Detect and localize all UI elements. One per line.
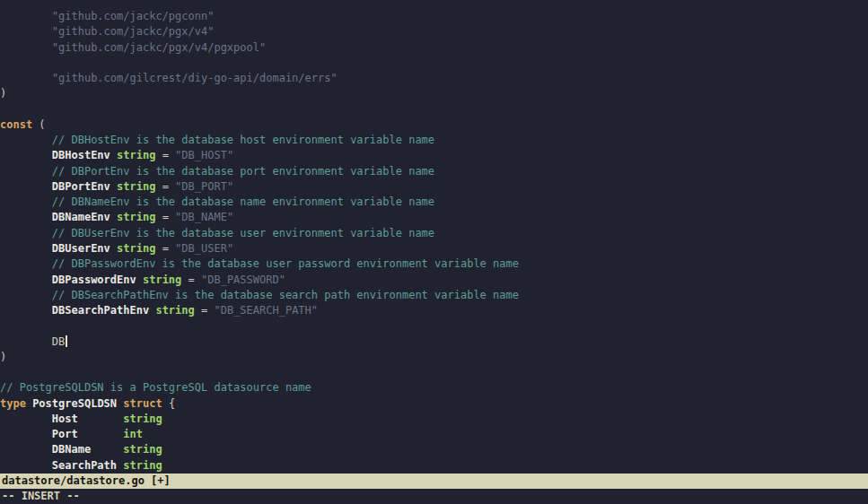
code-token: struct: [123, 397, 162, 410]
code-line[interactable]: [0, 102, 868, 117]
code-token: "github.com/gilcrest/diy-go-api/domain/e…: [0, 72, 338, 84]
code-line[interactable]: "github.com/gilcrest/diy-go-api/domain/e…: [0, 71, 868, 86]
code-token: PostgreSQLDSN: [32, 397, 117, 410]
code-token: [78, 428, 124, 440]
code-token: [0, 180, 52, 193]
code-token: [78, 413, 124, 425]
code-token: =: [155, 211, 175, 223]
code-line[interactable]: DBSearchPathEnv string = "DB_SEARCH_PATH…: [0, 303, 868, 318]
code-token: [0, 242, 52, 255]
code-token: [0, 211, 52, 223]
code-token: [0, 149, 52, 161]
code-line[interactable]: // DBUserEnv is the database user enviro…: [0, 226, 868, 241]
code-token: DBPasswordEnv: [52, 274, 136, 286]
code-token: "DB_USER": [175, 242, 233, 255]
code-line[interactable]: DBPasswordEnv string = "DB_PASSWORD": [0, 273, 868, 288]
code-token: string: [123, 459, 162, 472]
code-line[interactable]: // DBPortEnv is the database port enviro…: [0, 164, 868, 179]
modified-indicator: [+]: [151, 474, 171, 487]
code-token: [110, 211, 117, 223]
code-line[interactable]: const (: [0, 117, 868, 133]
code-token: string: [117, 180, 155, 193]
code-line[interactable]: SearchPath string: [0, 458, 868, 474]
code-line[interactable]: // DBHostEnv is the database host enviro…: [0, 133, 868, 148]
code-line[interactable]: ): [0, 86, 868, 101]
code-line[interactable]: type PostgreSQLDSN struct {: [0, 396, 868, 412]
code-token: // PostgreSQLDSN is a PostgreSQL datasou…: [0, 381, 311, 394]
code-token: int: [123, 428, 143, 440]
code-line[interactable]: // DBSearchPathEnv is the database searc…: [0, 288, 868, 303]
code-token: [136, 274, 143, 286]
code-line[interactable]: DBPortEnv string = "DB_PORT": [0, 179, 868, 195]
code-line[interactable]: DBHostEnv string = "DB_HOST": [0, 148, 868, 163]
code-token: "DB_SEARCH_PATH": [214, 304, 318, 317]
code-line[interactable]: DB: [0, 335, 868, 350]
code-token: [0, 413, 52, 425]
code-token: [110, 242, 117, 255]
code-token: DBSearchPathEnv: [52, 304, 149, 317]
code-area[interactable]: "github.com/jackc/pgconn" "github.com/ja…: [0, 0, 868, 474]
code-line[interactable]: "github.com/jackc/pgx/v4": [0, 24, 868, 39]
code-line[interactable]: DBUserEnv string = "DB_USER": [0, 241, 868, 256]
code-token: [110, 149, 117, 161]
code-line[interactable]: // PostgreSQLDSN is a PostgreSQL datasou…: [0, 380, 868, 395]
code-token: =: [181, 274, 201, 286]
code-token: string: [117, 242, 155, 255]
code-token: DBName: [52, 443, 91, 456]
code-line[interactable]: Port int: [0, 427, 868, 442]
code-token: ): [0, 351, 6, 363]
code-token: ): [0, 87, 6, 100]
code-token: "DB_NAME": [175, 211, 233, 223]
code-token: "DB_HOST": [175, 149, 233, 161]
code-token: [0, 428, 52, 440]
code-token: "github.com/jackc/pgx/v4/pgxpool": [0, 41, 266, 54]
code-token: (: [32, 118, 45, 131]
code-token: "github.com/jackc/pgconn": [0, 10, 214, 22]
code-line[interactable]: // DBNameEnv is the database name enviro…: [0, 195, 868, 210]
code-token: "DB_PORT": [175, 180, 233, 193]
code-token: DBPortEnv: [52, 180, 110, 193]
text-cursor: [66, 335, 67, 347]
code-token: string: [123, 443, 162, 456]
code-token: const: [0, 118, 32, 131]
code-token: string: [117, 149, 155, 161]
code-line[interactable]: [0, 318, 868, 334]
code-token: [110, 180, 117, 193]
code-line[interactable]: ): [0, 350, 868, 365]
code-token: [0, 459, 52, 472]
code-token: string: [117, 211, 155, 223]
code-token: // DBSearchPathEnv is the database searc…: [0, 289, 519, 301]
code-token: DB: [0, 335, 65, 348]
code-token: =: [155, 149, 175, 161]
vim-statusline: datastore/datastore.go[+]: [0, 474, 868, 489]
vim-editor: { "colors": { "background": "#202230", "…: [0, 0, 868, 504]
code-token: string: [155, 304, 194, 317]
code-token: [0, 304, 52, 317]
code-token: DBNameEnv: [52, 211, 110, 223]
code-line[interactable]: DBName string: [0, 442, 868, 457]
code-token: Port: [52, 428, 78, 440]
code-token: type: [0, 397, 26, 410]
code-token: // DBPortEnv is the database port enviro…: [0, 165, 434, 178]
code-token: DBUserEnv: [52, 242, 110, 255]
code-line[interactable]: // DBPasswordEnv is the database user pa…: [0, 256, 868, 272]
code-token: [0, 443, 52, 456]
code-line[interactable]: Host string: [0, 412, 868, 427]
code-token: [0, 274, 52, 286]
code-line[interactable]: DBNameEnv string = "DB_NAME": [0, 210, 868, 225]
mode-indicator: -- INSERT --: [0, 489, 868, 504]
code-token: Host: [52, 413, 78, 425]
code-token: // DBUserEnv is the database user enviro…: [0, 227, 434, 239]
code-token: // DBHostEnv is the database host enviro…: [0, 134, 434, 146]
code-token: // DBNameEnv is the database name enviro…: [0, 196, 434, 208]
code-token: // DBPasswordEnv is the database user pa…: [0, 257, 519, 270]
code-line[interactable]: "github.com/jackc/pgconn": [0, 9, 868, 24]
code-token: [91, 443, 123, 456]
code-token: "DB_PASSWORD": [201, 274, 285, 286]
code-line[interactable]: [0, 365, 868, 380]
code-token: SearchPath: [52, 459, 117, 472]
code-token: {: [162, 397, 175, 410]
code-token: =: [195, 304, 215, 317]
code-line[interactable]: [0, 56, 868, 71]
code-line[interactable]: "github.com/jackc/pgx/v4/pgxpool": [0, 40, 868, 56]
